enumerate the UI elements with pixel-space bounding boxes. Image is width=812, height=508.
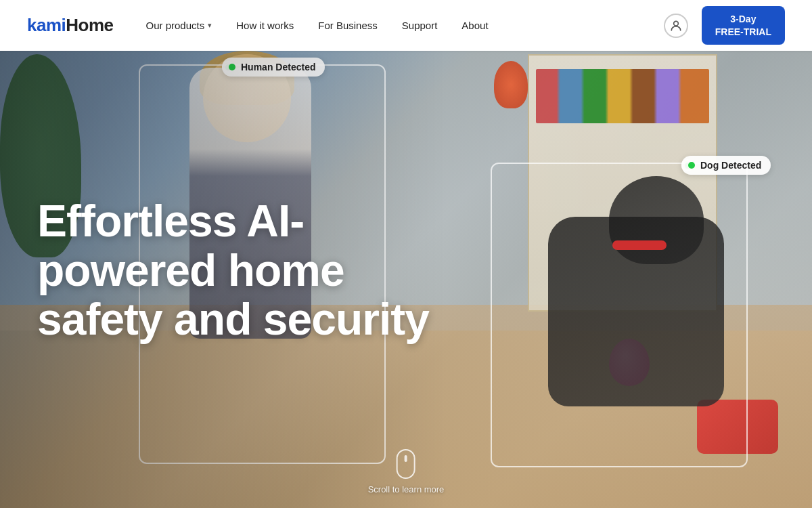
free-trial-button[interactable]: 3-Day FREE-TRIAL [702,6,785,44]
navbar: kamiHome Our products ▾ How it works For… [0,0,812,51]
nav-products[interactable]: Our products ▾ [146,20,212,31]
dog-dot [688,162,695,169]
logo[interactable]: kamiHome [27,15,114,36]
nav-about[interactable]: About [461,20,488,31]
lamp-decoration [494,61,528,108]
scroll-indicator[interactable]: Scroll to learn more [368,449,445,494]
dog-detection-label-wrapper: Dog Detected [681,159,694,171]
svg-point-0 [673,21,678,26]
nav-links: Our products ▾ How it works For Business… [146,20,664,31]
scroll-label: Scroll to learn more [368,484,445,494]
nav-support[interactable]: Support [402,20,438,31]
nav-for-business[interactable]: For Business [318,20,378,31]
nav-right: 3-Day FREE-TRIAL [664,6,785,44]
scroll-mouse-icon [397,449,415,479]
dog-detection-label: Dog Detected [681,156,771,175]
dog-detection-box [491,163,748,467]
logo-kami: kami [27,15,66,36]
user-account-icon[interactable] [664,14,688,38]
hero-text: Effortless AI- powered home safety and s… [37,196,429,344]
scroll-wheel [405,455,407,462]
logo-home: Home [66,15,113,36]
hero-section: Human Detected Dog Detected Effortless A… [0,0,812,508]
nav-how-it-works[interactable]: How it works [236,20,294,31]
hero-headline: Effortless AI- powered home safety and s… [37,196,429,344]
chevron-down-icon: ▾ [208,21,212,30]
